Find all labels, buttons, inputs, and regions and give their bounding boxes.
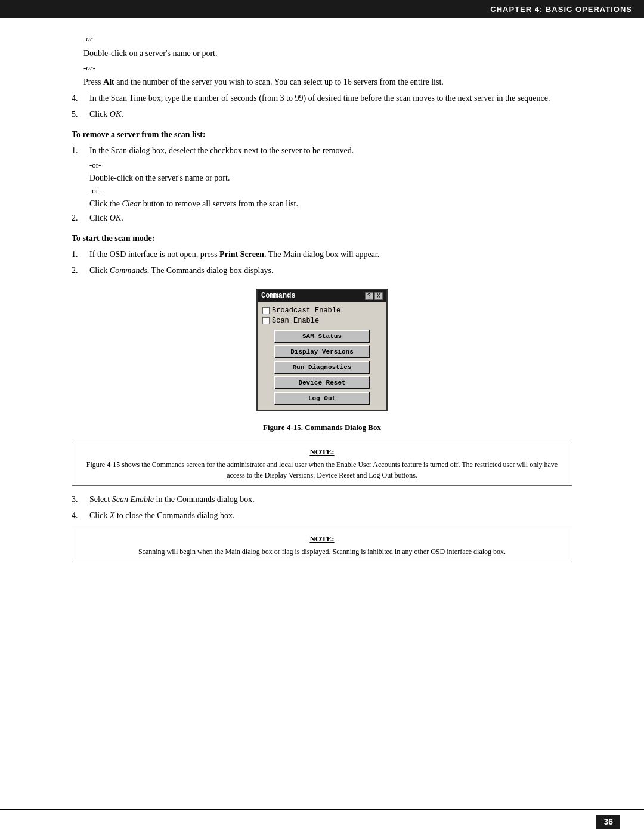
note-box-1: NOTE: Figure 4-15 shows the Commands scr… bbox=[72, 442, 572, 486]
scan-heading: To start the scan mode: bbox=[72, 234, 572, 243]
dialog-title: Commands bbox=[261, 292, 296, 300]
scan-checkbox-box bbox=[262, 317, 270, 324]
scan-enable-italic: Scan Enable bbox=[112, 495, 154, 504]
page-container: CHAPTER 4: BASIC OPERATIONS -or- Double-… bbox=[0, 0, 644, 833]
display-versions-button[interactable]: Display Versions bbox=[274, 345, 370, 358]
or-text-1: -or- bbox=[72, 33, 572, 45]
or-block-1: -or- Double-click on a server's name or … bbox=[72, 33, 572, 88]
page-number: 36 bbox=[596, 815, 620, 829]
remove-step-2-ok: OK bbox=[110, 213, 121, 222]
step-4: 4. In the Scan Time box, type the number… bbox=[72, 92, 572, 104]
note-2-text: Scanning will begin when the Main dialog… bbox=[82, 546, 562, 557]
dialog-help-btn[interactable]: ? bbox=[365, 292, 373, 300]
step-4-text: In the Scan Time box, type the number of… bbox=[89, 92, 572, 104]
scan-step-2: 2. Click Commands. The Commands dialog b… bbox=[72, 264, 572, 277]
scan-step-1: 1. If the OSD interface is not open, pre… bbox=[72, 248, 572, 261]
scan-step-2-text: Click Commands. The Commands dialog box … bbox=[89, 264, 572, 277]
remove-double-click: Double-click on the server's name or por… bbox=[72, 172, 572, 184]
scan-step-2-num: 2. bbox=[72, 264, 89, 277]
remove-heading: To remove a server from the scan list: bbox=[72, 130, 572, 140]
scan-label: Scan Enable bbox=[272, 317, 319, 325]
remove-step-1: 1. In the Scan dialog box, deselect the … bbox=[72, 144, 572, 157]
dialog-close-btn[interactable]: X bbox=[374, 292, 383, 300]
double-click-text: Double-click on a server's name or port. bbox=[72, 47, 572, 60]
broadcast-enable-checkbox[interactable]: Broadcast Enable bbox=[262, 306, 382, 315]
remove-clear-text: Click the Clear button to remove all ser… bbox=[72, 197, 572, 210]
scan-step-4-text: Click X to close the Commands dialog box… bbox=[89, 509, 572, 522]
remove-step-2-num: 2. bbox=[72, 212, 89, 224]
step-4-num: 4. bbox=[72, 92, 89, 104]
remove-step-2-text: Click OK. bbox=[89, 212, 572, 224]
step-5-text: Click OK. bbox=[89, 108, 572, 120]
remove-or-1: -or- bbox=[72, 160, 572, 170]
broadcast-checkbox-box bbox=[262, 307, 270, 314]
chapter-header: CHAPTER 4: BASIC OPERATIONS bbox=[0, 0, 644, 18]
device-reset-button[interactable]: Device Reset bbox=[274, 376, 370, 389]
scan-step-4-num: 4. bbox=[72, 509, 89, 522]
scan-enable-checkbox[interactable]: Scan Enable bbox=[262, 317, 382, 325]
content-area: -or- Double-click on a server's name or … bbox=[0, 18, 644, 593]
commands-italic: Commands bbox=[110, 266, 147, 275]
remove-step-1-num: 1. bbox=[72, 144, 89, 157]
figure-caption: Figure 4-15. Commands Dialog Box bbox=[72, 423, 572, 432]
scan-step-4: 4. Click X to close the Commands dialog … bbox=[72, 509, 572, 522]
press-alt-text: Press Alt and the number of the server y… bbox=[72, 76, 572, 88]
scan-step-3-text: Select Scan Enable in the Commands dialo… bbox=[89, 493, 572, 506]
dialog-checkboxes: Broadcast Enable Scan Enable bbox=[262, 306, 382, 325]
remove-step-1-text: In the Scan dialog box, deselect the che… bbox=[89, 144, 572, 157]
note-2-title: NOTE: bbox=[82, 534, 562, 544]
scan-step-1-text: If the OSD interface is not open, press … bbox=[89, 248, 572, 261]
figure-caption-text: Figure 4-15. Commands Dialog Box bbox=[263, 423, 381, 432]
commands-dialog: Commands ? X Broadcast Enable Scan Enabl… bbox=[256, 289, 388, 411]
bottom-bar: 36 bbox=[0, 809, 644, 833]
print-screen-bold: Print Screen. bbox=[219, 250, 266, 259]
or-text-2: -or- bbox=[72, 62, 572, 74]
log-out-button[interactable]: Log Out bbox=[274, 392, 370, 405]
note-1-title: NOTE: bbox=[82, 447, 562, 457]
remove-or-2: -or- bbox=[72, 186, 572, 196]
scan-step-3: 3. Select Scan Enable in the Commands di… bbox=[72, 493, 572, 506]
remove-step-2: 2. Click OK. bbox=[72, 212, 572, 224]
broadcast-label: Broadcast Enable bbox=[272, 306, 340, 315]
run-diagnostics-button[interactable]: Run Diagnostics bbox=[274, 361, 370, 374]
x-italic: X bbox=[110, 511, 115, 520]
step-5: 5. Click OK. bbox=[72, 108, 572, 120]
alt-bold: Alt bbox=[103, 78, 114, 86]
dialog-buttons: SAM Status Display Versions Run Diagnost… bbox=[262, 330, 382, 405]
note-1-text: Figure 4-15 shows the Commands screen fo… bbox=[82, 459, 562, 481]
dialog-body: Broadcast Enable Scan Enable SAM Status … bbox=[258, 302, 386, 410]
remove-clear-italic: Clear bbox=[122, 199, 141, 208]
note-box-2: NOTE: Scanning will begin when the Main … bbox=[72, 529, 572, 562]
scan-step-3-num: 3. bbox=[72, 493, 89, 506]
chapter-header-text: CHAPTER 4: BASIC OPERATIONS bbox=[490, 5, 632, 14]
scan-step-1-num: 1. bbox=[72, 248, 89, 261]
step-5-num: 5. bbox=[72, 108, 89, 120]
dialog-titlebar: Commands ? X bbox=[258, 290, 386, 302]
dialog-controls: ? X bbox=[365, 292, 383, 300]
sam-status-button[interactable]: SAM Status bbox=[274, 330, 370, 343]
step-5-ok: OK bbox=[110, 110, 121, 119]
